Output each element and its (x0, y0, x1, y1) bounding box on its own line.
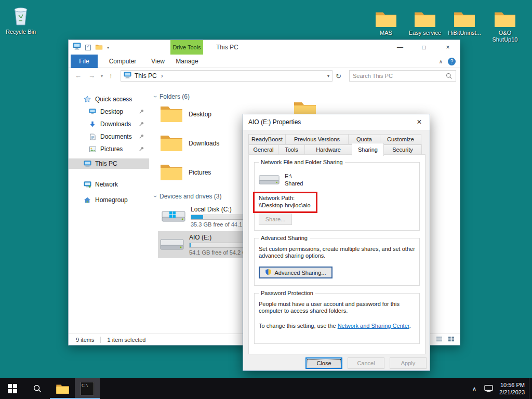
close-button[interactable]: Close (305, 357, 342, 369)
folder-icon (405, 4, 445, 28)
taskbar-file-explorer-button[interactable] (50, 378, 75, 399)
this-pc-icon (83, 161, 91, 167)
desktop-icon-mas[interactable]: MAS (366, 4, 406, 36)
sidebar-item-this-pc[interactable]: This PC (69, 158, 149, 169)
tab-sharing[interactable]: Sharing (352, 143, 384, 156)
folder-icon (159, 132, 183, 154)
taskbar-clock[interactable]: 10:56 PM 2/21/2023 (496, 381, 529, 396)
desktop-icon-easy-service[interactable]: Easy service (405, 4, 445, 36)
pin-icon (139, 109, 144, 114)
breadcrumb[interactable]: This PC (135, 72, 157, 79)
tab-previous-versions[interactable]: Previous Versions (285, 134, 349, 144)
sidebar-item-label: Quick access (95, 96, 132, 103)
item-count: 9 items (76, 337, 94, 343)
ribbon-tab-file[interactable]: File (71, 55, 98, 68)
windows-logo-icon (8, 384, 17, 393)
tab-readyboost[interactable]: ReadyBoost (248, 134, 286, 144)
desktop-icon-hibit-uninstaller[interactable]: HiBitUninst... (445, 4, 484, 36)
quick-access-toolbar: ▾ (73, 43, 109, 52)
taskbar-terminal-button[interactable] (75, 378, 100, 399)
windows-logo-icon (169, 211, 176, 218)
this-pc-icon (124, 71, 131, 81)
sidebar-item-quick-access[interactable]: Quick access (69, 94, 149, 104)
folder-icon (159, 103, 183, 125)
network-and-sharing-center-link[interactable]: Network and Sharing Center (338, 323, 409, 329)
share-state: Shared (285, 180, 303, 187)
tab-hardware[interactable]: Hardware (304, 144, 352, 155)
details-view-icon[interactable] (436, 336, 443, 343)
help-icon[interactable]: ? (448, 58, 456, 65)
chevron-down-icon[interactable]: › (152, 195, 159, 197)
qat-properties-icon[interactable] (85, 45, 91, 50)
section-header-folders: › Folders (6) (154, 93, 190, 100)
up-icon[interactable]: ↑ (109, 72, 113, 79)
share-button: Share... (259, 214, 292, 225)
drive-path: E:\ (285, 173, 291, 180)
sidebar-item-desktop[interactable]: Desktop (69, 107, 149, 117)
ribbon-tab-computer[interactable]: Computer (103, 55, 142, 68)
sidebar-item-documents[interactable]: Documents (69, 131, 149, 142)
minimize-button[interactable]: — (388, 40, 412, 55)
group-advanced-sharing: Advanced Sharing Set custom permissions,… (254, 238, 420, 286)
group-password-protection: Password Protection People must have a u… (254, 293, 420, 344)
breadcrumb-chevron-icon[interactable]: › (161, 72, 163, 79)
qat-dropdown-icon[interactable]: ▾ (107, 45, 109, 50)
clock-date: 2/21/2023 (499, 389, 525, 396)
command-prompt-icon (81, 382, 94, 395)
sidebar-item-label: Network (95, 181, 118, 188)
search-icon (446, 73, 453, 79)
forward-icon[interactable]: → (88, 72, 95, 79)
desktop-icon-oo-shutup10[interactable]: O&O ShutUp10 (485, 4, 525, 43)
ribbon-tab-row: File Computer View Manage ∧ ? (69, 55, 460, 68)
pin-icon (139, 134, 144, 139)
sidebar-item-label: This PC (95, 160, 117, 167)
tab-general[interactable]: General (248, 144, 278, 155)
ribbon-tab-view[interactable]: View (147, 55, 169, 68)
folder-tile-pictures[interactable]: Pictures (159, 162, 211, 183)
large-icons-view-icon[interactable] (448, 336, 455, 343)
window-title: This PC (216, 44, 238, 51)
section-header-devices: › Devices and drives (3) (154, 193, 221, 200)
sidebar-item-homegroup[interactable]: Homegroup (69, 195, 149, 205)
address-bar[interactable]: This PC › ▾ (121, 70, 332, 82)
desktop-icon-recycle-bin[interactable]: Recycle Bin (1, 3, 41, 35)
advanced-sharing-button[interactable]: Advanced Sharing... (259, 267, 332, 278)
tab-security[interactable]: Security (383, 144, 422, 155)
search-input[interactable] (350, 73, 446, 79)
back-icon[interactable]: ← (75, 72, 82, 79)
close-button[interactable]: × (436, 40, 460, 55)
search-box (349, 70, 456, 82)
ribbon-collapse-icon[interactable]: ∧ (439, 59, 443, 64)
qat-new-folder-icon[interactable] (95, 43, 103, 52)
cancel-button: Cancel (348, 357, 384, 369)
folder-tile-downloads[interactable]: Downloads (159, 132, 219, 154)
picture-icon (88, 147, 97, 152)
tab-tools[interactable]: Tools (278, 144, 305, 155)
recent-locations-icon[interactable]: ▾ (101, 74, 103, 78)
chevron-down-icon[interactable]: › (152, 96, 159, 98)
refresh-icon[interactable]: ↻ (336, 72, 341, 80)
sharing-tab-panel: Network File and Folder Sharing E:\ Shar… (248, 154, 425, 354)
pin-icon (139, 121, 144, 127)
pin-icon (139, 146, 144, 152)
desktop-icon-label: Recycle Bin (1, 29, 41, 35)
tray-chevron-icon[interactable]: ∧ (468, 385, 481, 392)
contextual-tab-drive-tools[interactable]: Drive Tools (170, 40, 203, 55)
folder-tile-desktop[interactable]: Desktop (159, 103, 211, 125)
network-tray-icon[interactable] (481, 385, 496, 393)
capacity-bar (191, 215, 248, 220)
sidebar-item-network[interactable]: Network (69, 179, 149, 190)
sidebar-item-label: Pictures (100, 145, 123, 153)
ribbon-tab-manage[interactable]: Manage (172, 55, 202, 68)
start-button[interactable] (0, 378, 25, 399)
maximize-button[interactable]: □ (412, 40, 436, 55)
dialog-titlebar: AIO (E:) Properties × (243, 114, 430, 130)
password-protection-link-line: To change this setting, use the Network … (259, 323, 426, 329)
sidebar-item-downloads[interactable]: Downloads (69, 119, 149, 129)
dialog-close-button[interactable]: × (411, 116, 428, 128)
show-desktop-button[interactable] (529, 378, 532, 399)
taskbar-search-button[interactable] (25, 378, 50, 399)
address-dropdown-icon[interactable]: ▾ (327, 74, 329, 78)
sidebar-item-pictures[interactable]: Pictures (69, 144, 149, 154)
tab-customize[interactable]: Customize (380, 134, 421, 144)
